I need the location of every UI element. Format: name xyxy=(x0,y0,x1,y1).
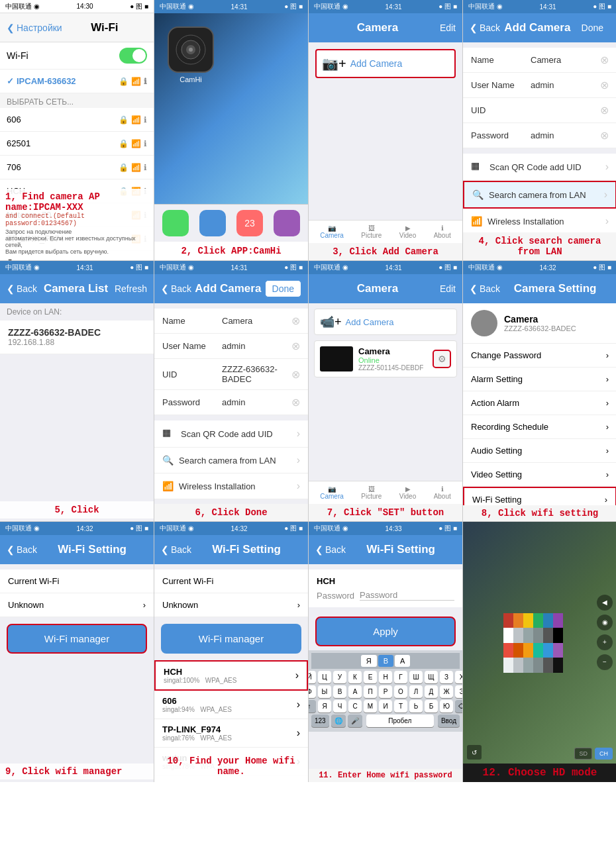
name-value-4[interactable]: Camera xyxy=(531,55,600,65)
info-icon-4[interactable]: ℹ xyxy=(144,163,147,172)
facetime-icon[interactable] xyxy=(274,210,300,236)
key-s[interactable]: С xyxy=(348,700,362,713)
key-sh[interactable]: Ш xyxy=(409,671,423,683)
wifi-toggle[interactable] xyxy=(119,48,147,64)
control-btn-3[interactable]: + xyxy=(597,634,613,650)
clear-icon-un-6[interactable]: ⊗ xyxy=(291,340,300,352)
control-btn-2[interactable]: ◉ xyxy=(597,615,613,630)
key-ch[interactable]: Ч xyxy=(333,700,346,713)
clear-icon-pw-6[interactable]: ⊗ xyxy=(291,396,300,409)
qr-row-6[interactable]: ▦ Scan QR Code add UID › xyxy=(154,420,308,448)
wifi-manager-btn-10[interactable]: Wi-Fi manager xyxy=(161,624,301,654)
key-ya[interactable]: Й xyxy=(309,671,316,683)
clear-icon-uid-4[interactable]: ⊗ xyxy=(600,104,609,117)
clear-icon-pw-4[interactable]: ⊗ xyxy=(600,129,609,142)
key-g[interactable]: Г xyxy=(394,671,407,683)
back-btn-6[interactable]: ❮ Back xyxy=(161,283,191,294)
search-row-6[interactable]: 🔍 Search camera from LAN › xyxy=(154,448,308,473)
key-space[interactable]: Пробел xyxy=(366,715,434,727)
wifi-network-hch[interactable]: HCH singal:100% WPA_AES › xyxy=(154,660,308,691)
key-v[interactable]: В xyxy=(333,685,346,698)
tab-about-3[interactable]: ℹ About xyxy=(434,224,451,239)
password-value-4[interactable]: admin xyxy=(531,130,600,140)
key-yu[interactable]: Ю xyxy=(440,700,453,713)
tab-video-3[interactable]: ▶ Video xyxy=(399,224,416,239)
tab-video-7[interactable]: ▶Video xyxy=(399,485,416,500)
safari-icon[interactable] xyxy=(199,210,226,236)
back-btn-9[interactable]: ❮ Back xyxy=(7,544,37,555)
key-ya2[interactable]: Я xyxy=(318,700,331,713)
key-soft[interactable]: Ь xyxy=(409,700,423,713)
password-input[interactable]: Password xyxy=(360,590,454,601)
refresh-btn-5[interactable]: Refresh xyxy=(115,283,147,294)
camera-list-item[interactable]: ZZZZ-636632-BADEC 192.168.1.88 xyxy=(0,321,154,354)
key-a[interactable]: А xyxy=(348,685,362,698)
key-t[interactable]: Т xyxy=(394,700,407,713)
action-alarm-item[interactable]: Action Alarm › xyxy=(463,391,616,415)
wifi-item-706[interactable]: 706 🔒📶ℹ xyxy=(0,156,154,179)
wifi-row-6[interactable]: 📶 Wireless Installation › xyxy=(154,473,308,499)
back-btn-4[interactable]: ❮ Back xyxy=(470,23,500,33)
back-btn-10[interactable]: ❮ Back xyxy=(161,544,191,555)
username-value-4[interactable]: admin xyxy=(531,80,600,90)
wifi-manager-btn-9[interactable]: Wi-Fi manager xyxy=(7,624,147,654)
key-return[interactable]: Ввод xyxy=(438,715,460,727)
change-password-item[interactable]: Change Password › xyxy=(463,344,616,368)
key-e2[interactable]: Э xyxy=(455,685,462,698)
set-button-7[interactable]: ⚙ xyxy=(433,350,451,368)
key-d[interactable]: Д xyxy=(425,685,438,698)
key-y[interactable]: Ы xyxy=(318,685,331,698)
username-value-6[interactable]: admin xyxy=(222,341,291,351)
done-btn-4[interactable]: Done xyxy=(575,20,610,36)
messages-icon[interactable]: 23 xyxy=(236,210,263,236)
control-btn-1[interactable]: ◀ xyxy=(597,595,613,611)
key-123[interactable]: 123 xyxy=(311,715,329,727)
key-z[interactable]: З xyxy=(440,671,453,683)
info-icon-2[interactable]: ℹ xyxy=(144,115,147,124)
key-backspace[interactable]: ⌫ xyxy=(455,700,462,713)
phone-icon[interactable] xyxy=(162,210,189,236)
key-i[interactable]: И xyxy=(379,700,392,713)
audio-setting-item[interactable]: Audio Setting › xyxy=(463,439,616,463)
wifi-network-tplink[interactable]: TP-LINK_F974 singal:76% WPA_AES › xyxy=(154,719,308,748)
wifi-network-606[interactable]: 606 singal:94% WPA_AES › xyxy=(154,691,308,719)
key-b[interactable]: Б xyxy=(425,700,438,713)
key-ts[interactable]: Ц xyxy=(318,671,331,683)
video-setting-item[interactable]: Video Setting › xyxy=(463,463,616,487)
info-icon[interactable]: ℹ xyxy=(144,77,147,86)
tab-camera-3[interactable]: 📷 Camera xyxy=(320,224,344,239)
key-l[interactable]: Л xyxy=(409,685,423,698)
nav-edit-3[interactable]: Edit xyxy=(440,23,456,33)
clear-icon-4[interactable]: ⊗ xyxy=(600,54,609,66)
back-btn-8[interactable]: ❮ Back xyxy=(470,283,500,294)
wifi-row-4[interactable]: 📶 Wireless Installation › xyxy=(463,209,616,232)
key-u[interactable]: У xyxy=(333,671,346,683)
key-k[interactable]: К xyxy=(348,671,362,683)
done-btn-6[interactable]: Done xyxy=(265,280,301,297)
qr-row-4[interactable]: ▦ Scan QR Code add UID › xyxy=(463,154,616,181)
key-f[interactable]: Ф xyxy=(309,685,316,698)
name-value-6[interactable]: Camera xyxy=(222,316,291,326)
key-zh[interactable]: Ж xyxy=(440,685,453,698)
key-mic[interactable]: 🎤 xyxy=(348,715,362,727)
key-e[interactable]: Е xyxy=(364,671,377,683)
hd-mode-btn-active[interactable]: CH xyxy=(595,748,613,760)
wifi-item-62501[interactable]: 62501 🔒📶ℹ xyxy=(0,132,154,156)
key-m[interactable]: М xyxy=(364,700,377,713)
tab-camera-7[interactable]: 📷Camera xyxy=(320,485,344,500)
key-globe[interactable]: 🌐 xyxy=(331,715,346,727)
tab-picture-3[interactable]: 🖼 Picture xyxy=(361,224,382,239)
password-value-6[interactable]: admin xyxy=(222,397,291,407)
tab-picture-7[interactable]: 🖼Picture xyxy=(361,485,382,500)
key-n[interactable]: Н xyxy=(379,671,392,683)
add-camera-row-7[interactable]: 📹+ Add Camera xyxy=(314,309,457,335)
clear-icon-6[interactable]: ⊗ xyxy=(291,315,300,327)
recording-schedule-item[interactable]: Recording Schedule › xyxy=(463,415,616,439)
back-btn-5[interactable]: ❮ Back xyxy=(7,283,37,294)
clear-icon-un-4[interactable]: ⊗ xyxy=(600,79,609,91)
apply-btn-11[interactable]: Apply xyxy=(315,617,456,646)
wifi-item-606[interactable]: 606 🔒📶ℹ xyxy=(0,108,154,132)
sd-mode-btn[interactable]: SD xyxy=(574,748,592,760)
clear-icon-uid-6[interactable]: ⊗ xyxy=(291,368,300,381)
search-row-4[interactable]: 🔍 Search camera from LAN › xyxy=(463,181,616,209)
